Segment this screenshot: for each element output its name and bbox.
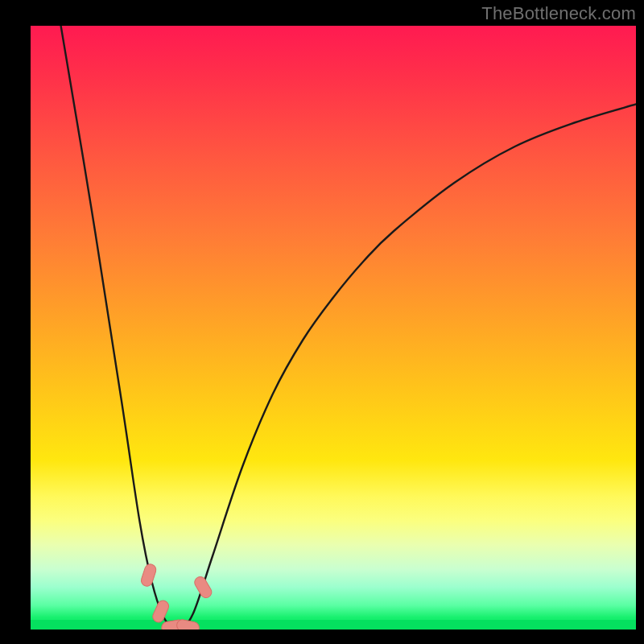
svg-rect-0 [140, 563, 158, 588]
svg-rect-4 [192, 575, 213, 600]
bottleneck-curve [61, 26, 636, 630]
marker-right [192, 575, 213, 600]
svg-rect-3 [175, 618, 200, 630]
marker-left-lower [151, 599, 171, 624]
marker-bottom-right [175, 618, 200, 630]
marker-left-upper [140, 563, 158, 588]
svg-rect-1 [151, 599, 171, 624]
curve-layer [31, 26, 636, 630]
watermark-text: TheBottleneck.com [481, 3, 636, 24]
plot-area [31, 26, 636, 630]
chart-frame: TheBottleneck.com [0, 0, 644, 644]
